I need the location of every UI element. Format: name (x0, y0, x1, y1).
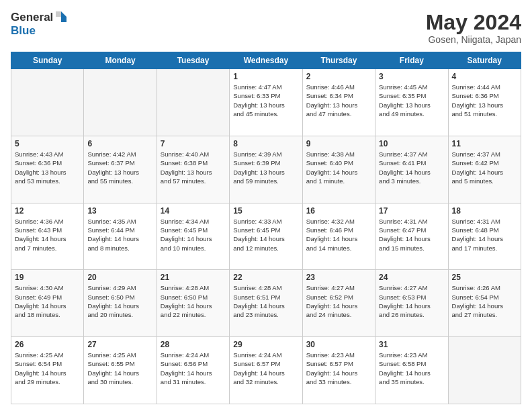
week-row-4: 26Sunrise: 4:25 AM Sunset: 6:54 PM Dayli… (11, 337, 521, 404)
day-info: Sunrise: 4:47 AM Sunset: 6:33 PM Dayligh… (233, 83, 298, 118)
calendar-cell-w0-d1 (84, 69, 157, 136)
location: Gosen, Niigata, Japan (426, 34, 521, 45)
day-info: Sunrise: 4:28 AM Sunset: 6:50 PM Dayligh… (161, 283, 226, 319)
calendar-cell-w2-d2: 14Sunrise: 4:34 AM Sunset: 6:45 PM Dayli… (157, 203, 229, 270)
calendar-cell-w3-d5: 24Sunrise: 4:27 AM Sunset: 6:53 PM Dayli… (375, 270, 448, 337)
week-row-2: 12Sunrise: 4:36 AM Sunset: 6:43 PM Dayli… (11, 203, 521, 270)
header-sunday: Sunday (11, 52, 84, 69)
logo-general-text: General (11, 11, 53, 24)
day-number: 5 (15, 139, 80, 148)
calendar-cell-w1-d6: 11Sunrise: 4:37 AM Sunset: 6:42 PM Dayli… (448, 136, 521, 203)
day-info: Sunrise: 4:30 AM Sunset: 6:49 PM Dayligh… (15, 283, 80, 319)
day-number: 6 (87, 139, 152, 148)
calendar-cell-w0-d3: 1Sunrise: 4:47 AM Sunset: 6:33 PM Daylig… (230, 69, 302, 136)
calendar-cell-w2-d4: 16Sunrise: 4:32 AM Sunset: 6:46 PM Dayli… (302, 203, 375, 270)
day-info: Sunrise: 4:37 AM Sunset: 6:41 PM Dayligh… (379, 150, 444, 185)
day-number: 3 (379, 72, 444, 81)
calendar-cell-w1-d1: 6Sunrise: 4:42 AM Sunset: 6:37 PM Daylig… (84, 136, 157, 203)
day-info: Sunrise: 4:34 AM Sunset: 6:45 PM Dayligh… (161, 217, 226, 253)
day-info: Sunrise: 4:25 AM Sunset: 6:55 PM Dayligh… (87, 351, 152, 386)
day-number: 7 (161, 139, 226, 148)
day-number: 13 (87, 206, 152, 216)
header-wednesday: Wednesday (230, 52, 302, 69)
day-number: 19 (15, 273, 80, 282)
calendar-cell-w3-d0: 19Sunrise: 4:30 AM Sunset: 6:49 PM Dayli… (11, 270, 84, 337)
calendar-cell-w4-d2: 28Sunrise: 4:24 AM Sunset: 6:56 PM Dayli… (157, 337, 229, 404)
day-info: Sunrise: 4:24 AM Sunset: 6:56 PM Dayligh… (161, 351, 226, 386)
calendar-cell-w4-d3: 29Sunrise: 4:24 AM Sunset: 6:57 PM Dayli… (230, 337, 302, 404)
calendar-cell-w1-d4: 9Sunrise: 4:38 AM Sunset: 6:40 PM Daylig… (302, 136, 375, 203)
calendar-cell-w4-d5: 31Sunrise: 4:23 AM Sunset: 6:58 PM Dayli… (375, 337, 448, 404)
day-number: 31 (379, 340, 444, 349)
day-info: Sunrise: 4:27 AM Sunset: 6:52 PM Dayligh… (306, 283, 371, 319)
day-info: Sunrise: 4:44 AM Sunset: 6:36 PM Dayligh… (452, 83, 517, 118)
calendar-cell-w2-d5: 17Sunrise: 4:31 AM Sunset: 6:47 PM Dayli… (375, 203, 448, 270)
week-row-3: 19Sunrise: 4:30 AM Sunset: 6:49 PM Dayli… (11, 270, 521, 337)
day-info: Sunrise: 4:28 AM Sunset: 6:51 PM Dayligh… (233, 283, 298, 319)
day-number: 4 (452, 72, 517, 81)
day-info: Sunrise: 4:37 AM Sunset: 6:42 PM Dayligh… (452, 150, 517, 185)
day-number: 12 (15, 206, 80, 216)
day-info: Sunrise: 4:43 AM Sunset: 6:36 PM Dayligh… (15, 150, 80, 185)
day-number: 28 (161, 340, 226, 349)
day-info: Sunrise: 4:27 AM Sunset: 6:53 PM Dayligh… (379, 283, 444, 319)
day-info: Sunrise: 4:29 AM Sunset: 6:50 PM Dayligh… (87, 283, 152, 319)
day-info: Sunrise: 4:42 AM Sunset: 6:37 PM Dayligh… (87, 150, 152, 185)
day-info: Sunrise: 4:24 AM Sunset: 6:57 PM Dayligh… (233, 351, 298, 386)
day-number: 17 (379, 206, 444, 216)
logo: General Blue (11, 11, 68, 38)
calendar-cell-w2-d3: 15Sunrise: 4:33 AM Sunset: 6:45 PM Dayli… (230, 203, 302, 270)
day-info: Sunrise: 4:38 AM Sunset: 6:40 PM Dayligh… (306, 150, 371, 185)
svg-marker-0 (61, 11, 66, 17)
calendar-cell-w0-d4: 2Sunrise: 4:46 AM Sunset: 6:34 PM Daylig… (302, 69, 375, 136)
day-info: Sunrise: 4:46 AM Sunset: 6:34 PM Dayligh… (306, 83, 371, 118)
calendar-cell-w1-d0: 5Sunrise: 4:43 AM Sunset: 6:36 PM Daylig… (11, 136, 84, 203)
day-number: 22 (233, 273, 298, 282)
calendar-cell-w4-d0: 26Sunrise: 4:25 AM Sunset: 6:54 PM Dayli… (11, 337, 84, 404)
day-number: 18 (452, 206, 517, 216)
week-row-0: 1Sunrise: 4:47 AM Sunset: 6:33 PM Daylig… (11, 69, 521, 136)
day-info: Sunrise: 4:31 AM Sunset: 6:47 PM Dayligh… (379, 217, 444, 253)
day-number: 25 (452, 273, 517, 282)
header-tuesday: Tuesday (157, 52, 229, 69)
day-number: 26 (15, 340, 80, 349)
day-info: Sunrise: 4:23 AM Sunset: 6:57 PM Dayligh… (306, 351, 371, 386)
day-info: Sunrise: 4:31 AM Sunset: 6:48 PM Dayligh… (452, 217, 517, 253)
day-number: 9 (306, 139, 371, 148)
day-info: Sunrise: 4:36 AM Sunset: 6:43 PM Dayligh… (15, 217, 80, 253)
weekday-header-row: Sunday Monday Tuesday Wednesday Thursday… (11, 52, 521, 69)
calendar-cell-w0-d6: 4Sunrise: 4:44 AM Sunset: 6:36 PM Daylig… (448, 69, 521, 136)
title-block: May 2024 Gosen, Niigata, Japan (426, 11, 521, 45)
day-info: Sunrise: 4:45 AM Sunset: 6:35 PM Dayligh… (379, 83, 444, 118)
calendar-cell-w0-d2 (157, 69, 229, 136)
day-info: Sunrise: 4:26 AM Sunset: 6:54 PM Dayligh… (452, 283, 517, 319)
calendar-cell-w3-d2: 21Sunrise: 4:28 AM Sunset: 6:50 PM Dayli… (157, 270, 229, 337)
month-title: May 2024 (426, 11, 521, 34)
day-info: Sunrise: 4:35 AM Sunset: 6:44 PM Dayligh… (87, 217, 152, 253)
day-number: 14 (161, 206, 226, 216)
day-number: 30 (306, 340, 371, 349)
calendar-cell-w3-d6: 25Sunrise: 4:26 AM Sunset: 6:54 PM Dayli… (448, 270, 521, 337)
day-number: 23 (306, 273, 371, 282)
day-number: 16 (306, 206, 371, 216)
day-number: 27 (87, 340, 152, 349)
day-info: Sunrise: 4:25 AM Sunset: 6:54 PM Dayligh… (15, 351, 80, 386)
day-number: 29 (233, 340, 298, 349)
calendar-cell-w0-d5: 3Sunrise: 4:45 AM Sunset: 6:35 PM Daylig… (375, 69, 448, 136)
day-number: 8 (233, 139, 298, 148)
day-info: Sunrise: 4:39 AM Sunset: 6:39 PM Dayligh… (233, 150, 298, 185)
calendar-cell-w4-d4: 30Sunrise: 4:23 AM Sunset: 6:57 PM Dayli… (302, 337, 375, 404)
week-row-1: 5Sunrise: 4:43 AM Sunset: 6:36 PM Daylig… (11, 136, 521, 203)
day-number: 10 (379, 139, 444, 148)
day-info: Sunrise: 4:23 AM Sunset: 6:58 PM Dayligh… (379, 351, 444, 386)
calendar-cell-w2-d0: 12Sunrise: 4:36 AM Sunset: 6:43 PM Dayli… (11, 203, 84, 270)
day-number: 1 (233, 72, 298, 81)
calendar-cell-w3-d3: 22Sunrise: 4:28 AM Sunset: 6:51 PM Dayli… (230, 270, 302, 337)
day-number: 11 (452, 139, 517, 148)
logo-blue-text: Blue (11, 24, 36, 37)
calendar-cell-w1-d3: 8Sunrise: 4:39 AM Sunset: 6:39 PM Daylig… (230, 136, 302, 203)
day-info: Sunrise: 4:32 AM Sunset: 6:46 PM Dayligh… (306, 217, 371, 253)
calendar-cell-w3-d4: 23Sunrise: 4:27 AM Sunset: 6:52 PM Dayli… (302, 270, 375, 337)
day-number: 20 (87, 273, 152, 282)
calendar-cell-w0-d0 (11, 69, 84, 136)
